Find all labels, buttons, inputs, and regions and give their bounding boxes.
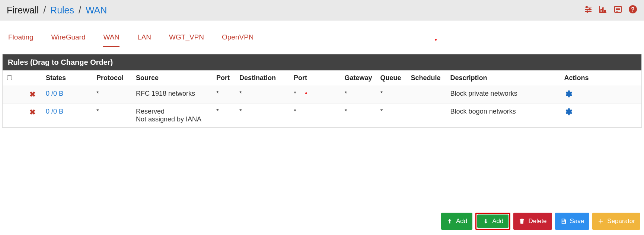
breadcrumb: Firewall / Rules / WAN: [7, 5, 107, 16]
breadcrumb-wan[interactable]: WAN: [86, 5, 107, 16]
cell-queue: *: [377, 104, 408, 127]
settings-icon[interactable]: [564, 92, 573, 99]
col-description: Description: [447, 70, 561, 86]
panel-title: Rules (Drag to Change Order): [3, 54, 641, 70]
table-header-row: States Protocol Source Port Destination …: [3, 70, 641, 86]
settings-icon[interactable]: [564, 110, 573, 117]
cell-source: RFC 1918 networks: [133, 86, 213, 104]
tab-wireguard[interactable]: WireGuard: [51, 33, 86, 47]
save-label: Save: [570, 217, 584, 225]
add-bottom-button[interactable]: Add: [477, 215, 508, 228]
pointer-dot: [435, 39, 437, 41]
plus-icon: [597, 218, 604, 225]
col-schedule: Schedule: [408, 70, 447, 86]
table-row[interactable]: ✖ 0 /0 B * RFC 1918 networks * * * * * B…: [3, 86, 641, 104]
svg-rect-8: [601, 9, 602, 12]
delete-label: Delete: [528, 217, 546, 225]
tab-lan[interactable]: LAN: [137, 33, 151, 47]
add-top-label: Add: [456, 217, 467, 225]
tab-openvpn[interactable]: OpenVPN: [222, 33, 254, 47]
trash-icon: [519, 218, 525, 225]
col-protocol: Protocol: [93, 70, 133, 86]
cell-port: *: [213, 86, 236, 104]
separator-button[interactable]: Separator: [592, 213, 640, 230]
footer-actions: Add Add Delete Save Separator: [441, 213, 640, 230]
svg-rect-9: [603, 8, 604, 12]
block-icon: ✖: [29, 90, 36, 98]
col-destination: Destination: [236, 70, 291, 86]
add-top-button[interactable]: Add: [441, 213, 472, 230]
delete-button[interactable]: Delete: [513, 213, 552, 230]
col-port: Port: [213, 70, 236, 86]
tab-floating[interactable]: Floating: [8, 33, 34, 47]
col-gateway: Gateway: [342, 70, 377, 86]
cell-gateway: *: [342, 86, 377, 104]
cell-queue: *: [377, 86, 408, 104]
add-bottom-highlight: Add: [475, 213, 510, 230]
col-actions: Actions: [561, 70, 641, 86]
select-all-checkbox[interactable]: [7, 75, 12, 80]
interface-tabs: Floating WireGuard WAN LAN WGT_VPN OpenV…: [0, 20, 644, 47]
cell-description: Block bogon networks: [447, 104, 561, 127]
breadcrumb-sep: /: [43, 5, 46, 16]
col-port2: Port: [291, 70, 342, 86]
log-icon[interactable]: [613, 5, 622, 15]
col-source: Source: [133, 70, 213, 86]
cell-port2: *: [291, 104, 342, 127]
svg-rect-10: [605, 10, 606, 12]
cell-destination: *: [236, 86, 291, 104]
pointer-dot: [305, 92, 307, 94]
header-actions: ?: [584, 5, 637, 15]
breadcrumb-sep: /: [79, 5, 81, 16]
breadcrumb-rules[interactable]: Rules: [50, 5, 74, 16]
cell-protocol: *: [93, 86, 133, 104]
states-link[interactable]: 0 /0 B: [46, 108, 63, 115]
cell-port: *: [213, 104, 236, 127]
page-header: Firewall / Rules / WAN ?: [0, 0, 644, 20]
col-queue: Queue: [377, 70, 408, 86]
rules-panel: Rules (Drag to Change Order) States Prot…: [2, 54, 642, 128]
cell-description: Block private networks: [447, 86, 561, 104]
states-link[interactable]: 0 /0 B: [46, 90, 63, 97]
cell-schedule: [408, 86, 447, 104]
save-icon: [560, 218, 567, 225]
bar-chart-icon[interactable]: [599, 5, 608, 15]
col-states: States: [43, 70, 93, 86]
separator-label: Separator: [607, 217, 635, 225]
cell-source: Reserved Not assigned by IANA: [133, 104, 213, 127]
sliders-icon[interactable]: [584, 5, 593, 15]
tab-wgt-vpn[interactable]: WGT_VPN: [169, 33, 204, 47]
help-icon[interactable]: ?: [628, 5, 637, 15]
block-icon: ✖: [29, 108, 36, 116]
tab-wan[interactable]: WAN: [103, 33, 119, 47]
breadcrumb-root[interactable]: Firewall: [7, 5, 39, 16]
svg-text:?: ?: [631, 6, 635, 13]
cell-schedule: [408, 104, 447, 127]
cell-port2: *: [291, 86, 342, 104]
arrow-up-icon: [446, 218, 453, 225]
save-button[interactable]: Save: [555, 213, 590, 230]
cell-protocol: *: [93, 104, 133, 127]
table-row[interactable]: ✖ 0 /0 B * Reserved Not assigned by IANA…: [3, 104, 641, 127]
cell-gateway: *: [342, 104, 377, 127]
arrow-down-icon: [482, 218, 489, 225]
add-bottom-label: Add: [492, 217, 503, 225]
cell-destination: *: [236, 104, 291, 127]
rules-table: States Protocol Source Port Destination …: [3, 70, 641, 127]
